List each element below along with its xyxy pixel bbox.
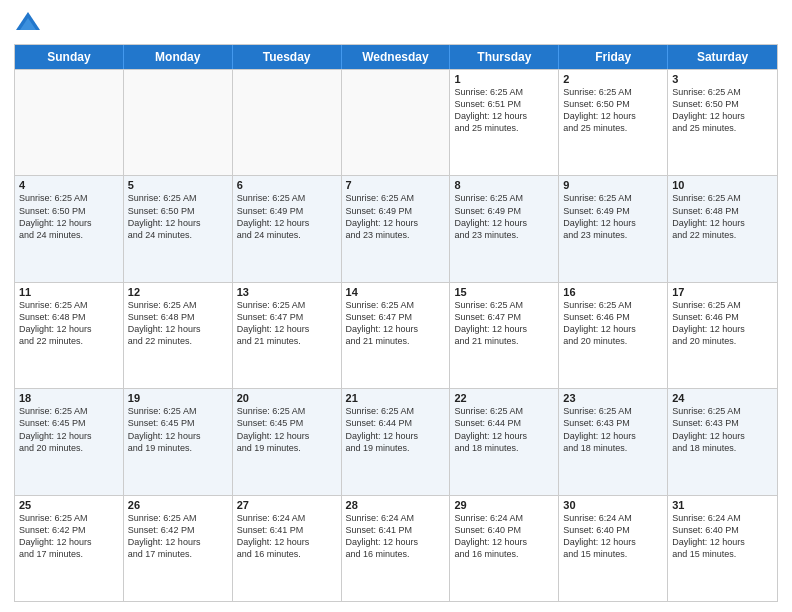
cal-cell-day-23: 23Sunrise: 6:25 AM Sunset: 6:43 PM Dayli… — [559, 389, 668, 494]
day-number: 31 — [672, 499, 773, 511]
day-info: Sunrise: 6:25 AM Sunset: 6:46 PM Dayligh… — [672, 299, 773, 348]
day-info: Sunrise: 6:25 AM Sunset: 6:48 PM Dayligh… — [19, 299, 119, 348]
cal-header-wednesday: Wednesday — [342, 45, 451, 69]
cal-header-saturday: Saturday — [668, 45, 777, 69]
cal-header-thursday: Thursday — [450, 45, 559, 69]
day-number: 25 — [19, 499, 119, 511]
day-number: 30 — [563, 499, 663, 511]
cal-cell-day-8: 8Sunrise: 6:25 AM Sunset: 6:49 PM Daylig… — [450, 176, 559, 281]
day-info: Sunrise: 6:25 AM Sunset: 6:42 PM Dayligh… — [128, 512, 228, 561]
day-number: 3 — [672, 73, 773, 85]
cal-cell-day-18: 18Sunrise: 6:25 AM Sunset: 6:45 PM Dayli… — [15, 389, 124, 494]
cal-cell-day-17: 17Sunrise: 6:25 AM Sunset: 6:46 PM Dayli… — [668, 283, 777, 388]
cal-cell-day-27: 27Sunrise: 6:24 AM Sunset: 6:41 PM Dayli… — [233, 496, 342, 601]
cal-cell-day-31: 31Sunrise: 6:24 AM Sunset: 6:40 PM Dayli… — [668, 496, 777, 601]
day-info: Sunrise: 6:25 AM Sunset: 6:43 PM Dayligh… — [672, 405, 773, 454]
logo-icon — [14, 10, 42, 38]
day-info: Sunrise: 6:25 AM Sunset: 6:50 PM Dayligh… — [128, 192, 228, 241]
cal-cell-day-20: 20Sunrise: 6:25 AM Sunset: 6:45 PM Dayli… — [233, 389, 342, 494]
day-info: Sunrise: 6:24 AM Sunset: 6:40 PM Dayligh… — [454, 512, 554, 561]
day-number: 9 — [563, 179, 663, 191]
cal-cell-day-24: 24Sunrise: 6:25 AM Sunset: 6:43 PM Dayli… — [668, 389, 777, 494]
cal-row-0: 1Sunrise: 6:25 AM Sunset: 6:51 PM Daylig… — [15, 69, 777, 175]
cal-row-1: 4Sunrise: 6:25 AM Sunset: 6:50 PM Daylig… — [15, 175, 777, 281]
cal-cell-day-3: 3Sunrise: 6:25 AM Sunset: 6:50 PM Daylig… — [668, 70, 777, 175]
cal-cell-day-22: 22Sunrise: 6:25 AM Sunset: 6:44 PM Dayli… — [450, 389, 559, 494]
cal-header-sunday: Sunday — [15, 45, 124, 69]
cal-cell-day-25: 25Sunrise: 6:25 AM Sunset: 6:42 PM Dayli… — [15, 496, 124, 601]
cal-header-friday: Friday — [559, 45, 668, 69]
cal-cell-day-19: 19Sunrise: 6:25 AM Sunset: 6:45 PM Dayli… — [124, 389, 233, 494]
cal-cell-day-28: 28Sunrise: 6:24 AM Sunset: 6:41 PM Dayli… — [342, 496, 451, 601]
day-info: Sunrise: 6:25 AM Sunset: 6:48 PM Dayligh… — [128, 299, 228, 348]
day-info: Sunrise: 6:25 AM Sunset: 6:43 PM Dayligh… — [563, 405, 663, 454]
day-info: Sunrise: 6:25 AM Sunset: 6:42 PM Dayligh… — [19, 512, 119, 561]
day-info: Sunrise: 6:25 AM Sunset: 6:50 PM Dayligh… — [19, 192, 119, 241]
day-number: 29 — [454, 499, 554, 511]
day-number: 5 — [128, 179, 228, 191]
cal-cell-day-6: 6Sunrise: 6:25 AM Sunset: 6:49 PM Daylig… — [233, 176, 342, 281]
day-info: Sunrise: 6:25 AM Sunset: 6:49 PM Dayligh… — [346, 192, 446, 241]
day-number: 10 — [672, 179, 773, 191]
cal-cell-day-30: 30Sunrise: 6:24 AM Sunset: 6:40 PM Dayli… — [559, 496, 668, 601]
day-info: Sunrise: 6:25 AM Sunset: 6:49 PM Dayligh… — [454, 192, 554, 241]
cal-header-monday: Monday — [124, 45, 233, 69]
day-number: 20 — [237, 392, 337, 404]
day-number: 15 — [454, 286, 554, 298]
day-number: 24 — [672, 392, 773, 404]
day-info: Sunrise: 6:25 AM Sunset: 6:47 PM Dayligh… — [454, 299, 554, 348]
day-info: Sunrise: 6:25 AM Sunset: 6:47 PM Dayligh… — [346, 299, 446, 348]
cal-cell-day-29: 29Sunrise: 6:24 AM Sunset: 6:40 PM Dayli… — [450, 496, 559, 601]
day-info: Sunrise: 6:25 AM Sunset: 6:48 PM Dayligh… — [672, 192, 773, 241]
header — [14, 10, 778, 38]
cal-cell-day-13: 13Sunrise: 6:25 AM Sunset: 6:47 PM Dayli… — [233, 283, 342, 388]
calendar-header: SundayMondayTuesdayWednesdayThursdayFrid… — [15, 45, 777, 69]
cal-cell-day-4: 4Sunrise: 6:25 AM Sunset: 6:50 PM Daylig… — [15, 176, 124, 281]
cal-cell-day-15: 15Sunrise: 6:25 AM Sunset: 6:47 PM Dayli… — [450, 283, 559, 388]
cal-cell-day-1: 1Sunrise: 6:25 AM Sunset: 6:51 PM Daylig… — [450, 70, 559, 175]
day-number: 17 — [672, 286, 773, 298]
day-number: 18 — [19, 392, 119, 404]
day-number: 2 — [563, 73, 663, 85]
cal-cell-empty — [233, 70, 342, 175]
cal-cell-empty — [342, 70, 451, 175]
cal-cell-day-12: 12Sunrise: 6:25 AM Sunset: 6:48 PM Dayli… — [124, 283, 233, 388]
day-info: Sunrise: 6:25 AM Sunset: 6:46 PM Dayligh… — [563, 299, 663, 348]
calendar: SundayMondayTuesdayWednesdayThursdayFrid… — [14, 44, 778, 602]
day-info: Sunrise: 6:25 AM Sunset: 6:49 PM Dayligh… — [563, 192, 663, 241]
day-number: 14 — [346, 286, 446, 298]
cal-row-2: 11Sunrise: 6:25 AM Sunset: 6:48 PM Dayli… — [15, 282, 777, 388]
day-number: 21 — [346, 392, 446, 404]
day-number: 7 — [346, 179, 446, 191]
day-info: Sunrise: 6:25 AM Sunset: 6:51 PM Dayligh… — [454, 86, 554, 135]
cal-cell-day-5: 5Sunrise: 6:25 AM Sunset: 6:50 PM Daylig… — [124, 176, 233, 281]
day-info: Sunrise: 6:25 AM Sunset: 6:50 PM Dayligh… — [563, 86, 663, 135]
calendar-body: 1Sunrise: 6:25 AM Sunset: 6:51 PM Daylig… — [15, 69, 777, 601]
day-number: 26 — [128, 499, 228, 511]
logo — [14, 10, 46, 38]
day-number: 27 — [237, 499, 337, 511]
day-number: 28 — [346, 499, 446, 511]
cal-cell-day-21: 21Sunrise: 6:25 AM Sunset: 6:44 PM Dayli… — [342, 389, 451, 494]
cal-cell-day-16: 16Sunrise: 6:25 AM Sunset: 6:46 PM Dayli… — [559, 283, 668, 388]
cal-cell-day-7: 7Sunrise: 6:25 AM Sunset: 6:49 PM Daylig… — [342, 176, 451, 281]
day-info: Sunrise: 6:25 AM Sunset: 6:47 PM Dayligh… — [237, 299, 337, 348]
day-info: Sunrise: 6:25 AM Sunset: 6:45 PM Dayligh… — [237, 405, 337, 454]
cal-cell-empty — [15, 70, 124, 175]
day-info: Sunrise: 6:25 AM Sunset: 6:50 PM Dayligh… — [672, 86, 773, 135]
day-number: 23 — [563, 392, 663, 404]
cal-cell-empty — [124, 70, 233, 175]
cal-cell-day-10: 10Sunrise: 6:25 AM Sunset: 6:48 PM Dayli… — [668, 176, 777, 281]
day-info: Sunrise: 6:25 AM Sunset: 6:44 PM Dayligh… — [346, 405, 446, 454]
day-info: Sunrise: 6:25 AM Sunset: 6:45 PM Dayligh… — [19, 405, 119, 454]
day-info: Sunrise: 6:25 AM Sunset: 6:44 PM Dayligh… — [454, 405, 554, 454]
cal-row-4: 25Sunrise: 6:25 AM Sunset: 6:42 PM Dayli… — [15, 495, 777, 601]
day-number: 13 — [237, 286, 337, 298]
cal-cell-day-11: 11Sunrise: 6:25 AM Sunset: 6:48 PM Dayli… — [15, 283, 124, 388]
page: SundayMondayTuesdayWednesdayThursdayFrid… — [0, 0, 792, 612]
day-number: 22 — [454, 392, 554, 404]
cal-header-tuesday: Tuesday — [233, 45, 342, 69]
cal-cell-day-9: 9Sunrise: 6:25 AM Sunset: 6:49 PM Daylig… — [559, 176, 668, 281]
day-info: Sunrise: 6:24 AM Sunset: 6:41 PM Dayligh… — [346, 512, 446, 561]
day-number: 11 — [19, 286, 119, 298]
